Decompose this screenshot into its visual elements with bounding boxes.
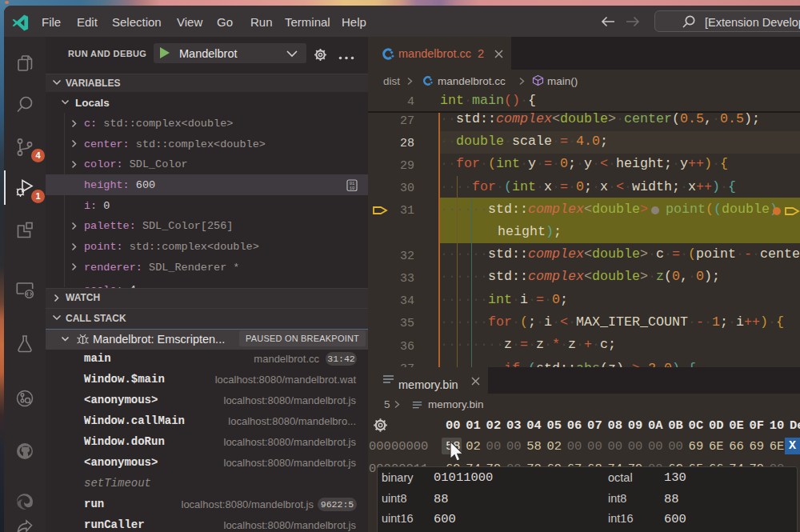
svg-text:10: 10 — [350, 186, 355, 191]
